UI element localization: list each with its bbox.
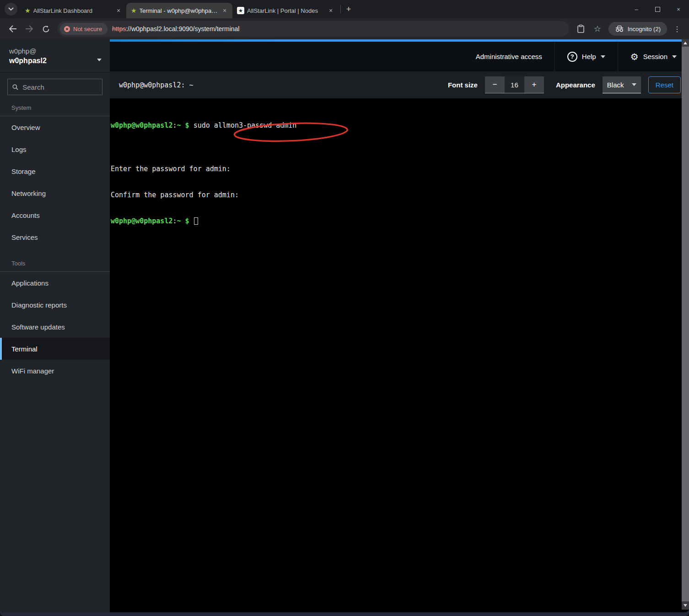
sidebar-item-storage[interactable]: Storage [0, 160, 110, 182]
reload-button[interactable] [38, 22, 53, 36]
terminal-screen[interactable]: w0php@w0phpasl2:~ $ sudo allmon3-passwd … [110, 98, 689, 612]
sidebar: w0php@ w0phpasl2 System Overview Logs St… [0, 39, 110, 612]
nav-section-tools: Tools Applications Diagnostic reports So… [0, 260, 110, 382]
section-label: System [0, 104, 110, 116]
administrative-access-button[interactable]: Administrative access [463, 42, 554, 71]
chevron-down-icon [672, 55, 677, 58]
sidebar-item-terminal[interactable]: Terminal [0, 338, 110, 360]
font-size-increase-button[interactable]: + [524, 76, 544, 93]
allstarlink-portal-favicon-icon: ★ [237, 7, 244, 14]
sidebar-search[interactable] [7, 79, 102, 95]
reload-icon [42, 25, 50, 33]
tab-allstarlink-portal[interactable]: ★ AllStarLink | Portal | Nodes × [232, 3, 339, 18]
tab-separator [340, 5, 341, 13]
host-switcher[interactable]: w0php@ w0phpasl2 [0, 39, 110, 72]
not-secure-icon [64, 26, 70, 32]
browser-window: ★ AllStarLink Dashboard × ★ Terminal - w… [0, 0, 689, 616]
terminal-output-line: Confirm the password for admin: [111, 191, 681, 200]
theme-value: Black [607, 81, 624, 89]
terminal-cursor [194, 217, 198, 225]
terminal-command: sudo allmon3-passwd admin [194, 121, 297, 130]
url-text: https://w0phpasl2.local:9090/system/term… [112, 25, 240, 32]
window-minimize-button[interactable]: – [626, 0, 647, 18]
tab-close-icon[interactable]: × [114, 6, 123, 15]
back-button[interactable] [5, 22, 20, 36]
bookmark-button[interactable]: ☆ [590, 22, 605, 36]
window-maximize-button[interactable] [647, 0, 668, 18]
allstarlink-favicon-icon: ★ [25, 7, 31, 14]
prompt-dollar: $ [185, 217, 194, 225]
tab-close-icon[interactable]: × [327, 6, 335, 15]
terminal-toolbar: Font size − 16 + Appearance Black Reset [448, 76, 681, 93]
help-icon: ? [567, 52, 577, 62]
search-input[interactable] [22, 83, 97, 91]
forward-button[interactable] [22, 22, 37, 36]
tab-title: Terminal - w0php@w0phpasl2 [140, 7, 218, 14]
url-protocol: https [112, 25, 126, 32]
incognito-label: Incognito (2) [628, 26, 661, 32]
session-menu[interactable]: ⚙ Session [618, 42, 689, 71]
terminal-line-prompt: w0php@w0phpasl2:~ $ [111, 217, 681, 226]
tab-allstarlink-dashboard[interactable]: ★ AllStarLink Dashboard × [20, 3, 126, 18]
session-label: Session [643, 53, 667, 60]
logged-in-user: w0php@ [9, 46, 101, 56]
browser-tab-strip: ★ AllStarLink Dashboard × ★ Terminal - w… [0, 0, 689, 18]
tab-title: AllStarLink | Portal | Nodes [247, 7, 324, 14]
security-badge-label: Not secure [73, 26, 102, 32]
prompt-userhost: w0php@w0phpasl2 [111, 217, 172, 225]
sidebar-item-applications[interactable]: Applications [0, 272, 110, 294]
browser-menu-button[interactable]: ⋮ [670, 25, 684, 33]
share-button[interactable] [574, 22, 588, 36]
prompt-userhost: w0php@w0phpasl2 [111, 121, 172, 130]
security-badge[interactable]: Not secure [60, 23, 108, 35]
reset-button[interactable]: Reset [648, 76, 681, 93]
sidebar-item-accounts[interactable]: Accounts [0, 204, 110, 226]
terminal-panel-header: w0php@w0phpasl2: ~ Font size − 16 + Appe… [110, 71, 689, 98]
terminal-scrollbar[interactable] [682, 39, 689, 610]
tab-search-button[interactable] [5, 3, 17, 16]
allstarlink-favicon-icon: ★ [131, 7, 137, 14]
cockpit-app: w0php@ w0phpasl2 System Overview Logs St… [0, 39, 689, 612]
terminal-output-text: Confirm the password for admin: [111, 191, 239, 199]
tab-terminal-active[interactable]: ★ Terminal - w0php@w0phpasl2 × [126, 3, 232, 18]
sidebar-item-services[interactable]: Services [0, 226, 110, 248]
scrollbar-up-icon[interactable] [684, 42, 687, 44]
clipboard-icon [577, 25, 584, 33]
window-close-button[interactable]: × [668, 0, 689, 18]
chevron-down-icon [632, 83, 636, 86]
browser-toolbar: Not secure https://w0phpasl2.local:9090/… [0, 18, 689, 39]
sidebar-item-wifi-manager[interactable]: WiFi manager [0, 360, 110, 382]
help-label: Help [582, 53, 596, 60]
terminal-path-title: w0php@w0phpasl2: ~ [119, 81, 194, 89]
section-label: Tools [0, 260, 110, 271]
theme-select[interactable]: Black [603, 76, 641, 93]
incognito-icon [615, 26, 624, 32]
hostname: w0phpasl2 [9, 56, 101, 66]
tab-close-icon[interactable]: × [221, 6, 229, 15]
address-bar[interactable]: Not secure https://w0phpasl2.local:9090/… [58, 21, 569, 37]
chevron-down-icon [601, 55, 605, 58]
prompt-colon: : [172, 217, 177, 225]
prompt-dollar: $ [185, 121, 194, 130]
search-icon [12, 84, 18, 91]
sidebar-item-overview[interactable]: Overview [0, 116, 110, 138]
window-controls: – × [626, 0, 689, 18]
chevron-down-icon [97, 59, 102, 61]
sidebar-item-diagnostic-reports[interactable]: Diagnostic reports [0, 294, 110, 316]
font-size-decrease-button[interactable]: − [485, 76, 505, 93]
scrollbar-down-icon[interactable] [684, 604, 687, 607]
scrollbar-thumb[interactable] [682, 47, 689, 601]
masthead: Administrative access ? Help ⚙ Session [110, 42, 689, 71]
new-tab-button[interactable]: + [343, 3, 355, 15]
incognito-indicator[interactable]: Incognito (2) [608, 22, 667, 36]
font-size-label: Font size [448, 81, 478, 89]
sidebar-item-logs[interactable]: Logs [0, 138, 110, 160]
appearance-label: Appearance [556, 81, 595, 89]
sidebar-item-networking[interactable]: Networking [0, 182, 110, 204]
font-size-value: 16 [505, 76, 524, 93]
prompt-tilde: ~ [177, 121, 185, 130]
sidebar-item-software-updates[interactable]: Software updates [0, 316, 110, 338]
help-menu[interactable]: ? Help [554, 42, 618, 71]
tab-title: AllStarLink Dashboard [33, 7, 112, 14]
back-arrow-icon [9, 25, 17, 32]
